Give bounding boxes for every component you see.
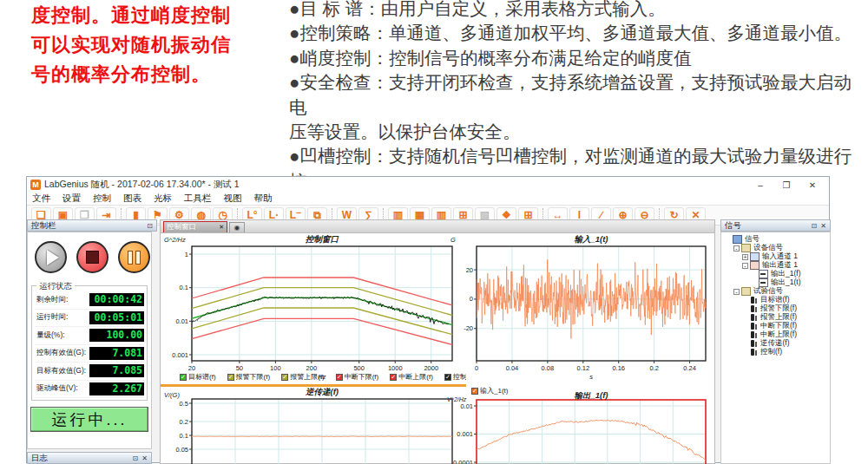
legend-item: ✓控制(f) <box>444 372 466 382</box>
tree-expander-icon[interactable]: + <box>742 254 748 260</box>
legend-checkbox[interactable]: ✓ <box>180 374 187 381</box>
legend-item: ✓中断下限(f) <box>336 372 379 382</box>
field-value-display: 7.081 <box>89 347 144 360</box>
menu-item-6[interactable]: 视图 <box>224 193 242 205</box>
field-value-display: 00:05:01 <box>89 311 144 324</box>
menu-item-2[interactable]: 控制 <box>93 193 111 205</box>
minimize-button[interactable]: – <box>747 180 773 190</box>
group-icon <box>741 287 751 296</box>
tree-spacer <box>751 271 757 278</box>
field-label: 剩余时间: <box>35 295 68 305</box>
control-window-chart[interactable]: 20501002005001000200010.10.010.001控制窗口G^… <box>162 233 466 382</box>
tree-expander-icon[interactable]: - <box>742 263 748 269</box>
menu-item-3[interactable]: 图表 <box>123 193 141 205</box>
legend-checkbox[interactable]: ✓ <box>227 374 234 381</box>
menu-item-1[interactable]: 设置 <box>62 193 81 205</box>
legend-checkbox[interactable]: ✓ <box>281 374 288 381</box>
svg-text:0: 0 <box>475 364 478 372</box>
menu-item-4[interactable]: 光标 <box>154 193 172 205</box>
input-time-chart[interactable]: 00.040.080.120.160.20.24200-20输入_1(t)Gs <box>445 233 714 382</box>
legend-checkbox[interactable]: ✓ <box>444 374 451 381</box>
tree-spacer <box>742 297 748 304</box>
control-panel: 控制栏 ⊡ 运行状态 剩余时间:00:00:42运行时间:00:05:01量级(… <box>27 219 157 464</box>
svg-text:1: 1 <box>185 251 188 258</box>
pin-icon[interactable]: ⊡ <box>147 222 153 230</box>
svg-text:50: 50 <box>236 364 243 372</box>
svg-text:0.12: 0.12 <box>576 364 589 372</box>
inverse-transfer-chart[interactable]: 0.50.20.10.05逆传递(f)V/(G) <box>162 387 466 464</box>
tab-close-icon[interactable]: ✕ <box>219 224 224 231</box>
stop-icon <box>86 251 99 264</box>
running-status-banner: 运行中... <box>30 407 148 432</box>
legend-label: 中断上限(f) <box>398 372 433 382</box>
tree-item-label: 控制(f) <box>760 347 782 357</box>
horizontal-splitter[interactable] <box>161 384 466 387</box>
pin-icon[interactable]: ⊡ <box>812 222 818 230</box>
legend-checkbox[interactable]: ✓ <box>471 388 478 395</box>
output-spectrum-chart[interactable]: 0.010.0010.0001输出_1(f)V^2/Hz <box>445 392 714 464</box>
tree-expander-icon[interactable]: - <box>733 289 740 295</box>
wave-icon <box>759 278 768 287</box>
intro-red-line: 号的概率分布控制。 <box>31 60 292 89</box>
legend-item: ✓报警上限(f) <box>281 372 325 382</box>
menu-item-7[interactable]: 帮助 <box>254 193 273 205</box>
camera-icon: ◉ <box>234 224 240 232</box>
sensor-icon <box>750 340 758 347</box>
svg-text:500: 500 <box>353 364 365 372</box>
pause-button[interactable] <box>118 241 150 273</box>
close-icon[interactable]: ✕ <box>820 222 826 230</box>
title-bar: M LabGenius 随机 - 2017-02-06 17.34.00* - … <box>27 177 829 193</box>
stop-button[interactable] <box>76 241 108 273</box>
svg-text:2000: 2000 <box>424 364 438 372</box>
chart-tab-bar: 控制窗口 ✕ ◉ <box>161 220 714 233</box>
root-icon <box>733 235 742 244</box>
svg-text:G^2/Hz: G^2/Hz <box>164 236 186 244</box>
svg-text:100: 100 <box>270 364 281 372</box>
menu-item-5[interactable]: 工具栏 <box>184 193 212 205</box>
play-button[interactable] <box>35 241 67 273</box>
legend-label: 控制(f) <box>453 372 466 382</box>
svg-text:0.0001: 0.0001 <box>453 459 473 464</box>
chart-grid: 20501002005001000200010.10.010.001控制窗口G^… <box>161 233 714 464</box>
chan-out-icon <box>750 261 760 270</box>
tab-label: 控制窗口 <box>167 222 196 232</box>
svg-text:1000: 1000 <box>388 364 403 372</box>
sensor-icon <box>750 297 758 304</box>
svg-text:0.08: 0.08 <box>542 364 555 372</box>
svg-text:s: s <box>589 373 593 381</box>
tree-spacer <box>742 341 748 347</box>
field-value-display: 00:00:42 <box>89 293 144 306</box>
legend-checkbox[interactable]: ✓ <box>390 374 397 381</box>
field-label: 目标有效值(G): <box>35 366 86 376</box>
tree-expander-icon[interactable]: - <box>733 245 740 252</box>
input-chart-legend: ✓输入_1(t) <box>471 386 697 395</box>
pin-icon[interactable]: ⊡ <box>133 454 139 462</box>
svg-text:0.2: 0.2 <box>180 418 188 426</box>
tree-item-控制(f)[interactable]: 控制(f) <box>721 348 830 356</box>
tab-control-window[interactable]: 控制窗口 ✕ <box>163 221 227 232</box>
signal-panel-title: 信号 <box>725 220 741 232</box>
legend-checkbox[interactable]: ✓ <box>336 374 343 381</box>
snapshot-tab[interactable]: ◉ <box>229 222 245 232</box>
maximize-button[interactable]: ❐ <box>773 180 799 190</box>
svg-text:0.01: 0.01 <box>460 402 473 410</box>
app-logo-icon: M <box>30 180 41 190</box>
feature-bullet: ●安全检查：支持开闭环检查，支持系统增益设置，支持预试验最大启动电 <box>289 70 866 120</box>
control-panel-header: 控制栏 ⊡ <box>27 219 157 232</box>
svg-text:0.2: 0.2 <box>649 364 658 372</box>
status-field-row: 目标有效值(G):7.085 <box>35 363 144 381</box>
svg-text:0.16: 0.16 <box>612 364 625 372</box>
signal-panel-header: 信号 ⊡ ✕ <box>720 219 831 232</box>
signal-tree: 信号-设备信号+输入通道 1-输出通道 1输出_1(f)输出_1(t)-试验信号… <box>720 232 831 464</box>
svg-text:0.01: 0.01 <box>175 317 188 325</box>
close-icon[interactable]: ✕ <box>141 454 148 462</box>
close-button[interactable]: ✕ <box>799 180 825 190</box>
control-panel-title: 控制栏 <box>31 220 56 232</box>
pause-icon <box>128 251 141 265</box>
tree-spacer <box>742 350 748 356</box>
control-panel-body: 运行状态 剩余时间:00:00:42运行时间:00:05:01量级(%):100… <box>27 232 152 449</box>
svg-text:控制窗口: 控制窗口 <box>305 234 339 244</box>
status-field-row: 运行时间:00:05:01 <box>35 310 144 328</box>
app-window: M LabGenius 随机 - 2017-02-06 17.34.00* - … <box>26 176 830 463</box>
menu-item-0[interactable]: 文件 <box>32 193 50 205</box>
